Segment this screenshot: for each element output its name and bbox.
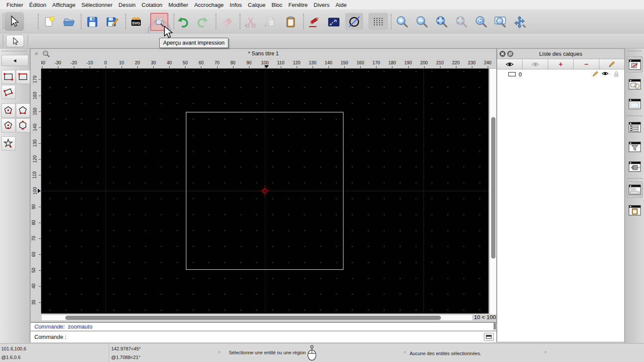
layers-panel: Liste des calques + − 0	[497, 48, 625, 342]
filter-dock-button[interactable]	[627, 139, 643, 155]
undo-button[interactable]	[175, 15, 190, 29]
v-ruler-label: 90	[31, 204, 36, 209]
drawing-canvas[interactable]	[41, 69, 489, 314]
open-file-button[interactable]	[62, 15, 76, 29]
h-ruler-tick	[360, 66, 361, 68]
h-ruler-tick	[440, 66, 440, 68]
hide-all-layers-button[interactable]	[522, 59, 548, 69]
selection-rectangle-button[interactable]	[326, 15, 341, 29]
h-ruler-label: -40	[41, 60, 45, 65]
selection-pointer-button[interactable]	[4, 12, 24, 31]
erase-button[interactable]	[220, 15, 234, 29]
h-ruler-tick	[456, 66, 456, 68]
star-tool[interactable]	[1, 136, 15, 151]
menu-selectionner[interactable]: Sélectionner	[82, 2, 112, 8]
menu-modifier[interactable]: Modifier	[168, 2, 188, 8]
clipboard-dock-button[interactable]	[627, 202, 643, 218]
h-ruler-tick	[137, 66, 138, 68]
toolbar-separator	[125, 14, 126, 29]
toolbar-separator	[3, 35, 3, 46]
pen-palette-dock-button[interactable]	[627, 158, 643, 175]
dock-handle[interactable]	[2, 51, 27, 51]
polygon-two-vertices-tool[interactable]	[16, 103, 30, 118]
v-ruler-tick	[39, 175, 41, 175]
zoom-auto-icon	[435, 15, 448, 28]
block-list-dock-button[interactable]	[627, 76, 643, 92]
pan-view-button[interactable]	[513, 15, 527, 29]
menu-cotation[interactable]: Cotation	[142, 2, 162, 8]
new-document-button[interactable]	[42, 15, 57, 29]
layer-lock-icon[interactable]	[614, 71, 619, 77]
menu-calque[interactable]: Calque	[248, 2, 265, 8]
clipboard-window-icon	[628, 204, 641, 217]
save-as-button[interactable]	[105, 15, 119, 29]
toolbar-separator	[240, 14, 240, 29]
grid-dots-icon	[372, 15, 385, 28]
v-ruler-label: 150	[32, 108, 37, 115]
rectangle-size-tool[interactable]	[16, 70, 30, 84]
export-svg-button[interactable]: SVG	[129, 15, 143, 29]
menu-fichier[interactable]: Fichier	[6, 2, 23, 8]
rectangle-two-corners-tool[interactable]	[1, 70, 15, 84]
layer-visibility-eye-icon[interactable]	[601, 71, 609, 76]
pointer-tool-button[interactable]	[6, 35, 24, 47]
menu-edition[interactable]: Édition	[29, 2, 46, 8]
draw-pen-button[interactable]	[307, 15, 321, 29]
layer-row[interactable]: 0	[497, 69, 624, 79]
entity-list-dock-button[interactable]	[627, 119, 643, 135]
command-widget-dock-button[interactable]	[627, 181, 643, 198]
zoom-out-button[interactable]	[415, 15, 429, 29]
show-all-layers-button[interactable]	[497, 59, 522, 69]
menu-aide[interactable]: Aide	[335, 2, 346, 8]
layer-edit-pencil-icon[interactable]	[592, 71, 598, 77]
draft-mode-button[interactable]	[345, 13, 363, 30]
v-ruler-label: 40	[31, 284, 36, 289]
zoom-window-button[interactable]	[493, 15, 507, 29]
h-ruler-label: 100	[261, 60, 269, 65]
vertical-scrollbar-thumb[interactable]	[491, 117, 495, 259]
v-ruler-tick	[39, 223, 41, 223]
menu-bloc[interactable]: Bloc	[271, 2, 282, 8]
eye-disabled-icon	[531, 61, 540, 67]
h-ruler-tick	[122, 66, 122, 68]
polygon-inscribed-tool[interactable]	[16, 118, 30, 133]
save-button[interactable]	[85, 15, 100, 29]
add-layer-button[interactable]: +	[548, 59, 574, 69]
copy-button[interactable]: +	[263, 15, 277, 29]
menu-dessin[interactable]: Dessin	[118, 2, 136, 8]
library-browser-dock-button[interactable]	[627, 96, 643, 112]
h-ruler-label: 90	[246, 60, 252, 65]
paste-button[interactable]	[283, 15, 298, 29]
zoom-auto-button[interactable]	[434, 15, 449, 29]
layer-list-dock-button[interactable]	[627, 56, 643, 72]
grid-toggle-button[interactable]	[368, 13, 388, 30]
menu-fenetre[interactable]: Fenêtre	[289, 2, 308, 8]
command-input[interactable]	[69, 332, 477, 341]
menu-divers[interactable]: Divers	[314, 2, 330, 8]
history-scrollbar-thumb[interactable]	[494, 323, 496, 329]
command-window-button[interactable]	[484, 333, 494, 341]
zoom-in-button[interactable]	[395, 15, 410, 29]
menu-accrochage[interactable]: Accrochage	[194, 2, 224, 8]
dock-handle[interactable]	[628, 51, 641, 51]
history-scrollbar[interactable]	[493, 323, 496, 331]
pan-arrows-icon	[513, 15, 526, 28]
h-ruler-tick	[408, 66, 409, 68]
horizontal-scrollbar[interactable]	[41, 314, 473, 321]
edit-layer-button[interactable]	[599, 59, 624, 69]
redo-button[interactable]	[196, 15, 210, 29]
vertical-scrollbar[interactable]	[489, 69, 496, 314]
menu-infos[interactable]: Infos	[230, 2, 242, 8]
cut-button[interactable]: +	[243, 15, 258, 29]
remove-layer-button[interactable]: −	[574, 59, 599, 69]
polygon-center-vertex-tool[interactable]	[1, 103, 15, 118]
polygon-center-side-tool[interactable]	[1, 118, 15, 133]
zoom-selection-button[interactable]	[454, 15, 469, 29]
horizontal-scrollbar-thumb[interactable]	[65, 316, 441, 320]
command-prompt-label: Commande :	[34, 332, 66, 342]
menu-affichage[interactable]: Affichage	[52, 2, 76, 8]
rectangle-three-points-tool[interactable]	[1, 85, 15, 99]
collapse-toolbar-button[interactable]: ◄	[1, 55, 28, 66]
zoom-previous-button[interactable]	[474, 15, 489, 29]
undo-icon	[176, 15, 189, 28]
